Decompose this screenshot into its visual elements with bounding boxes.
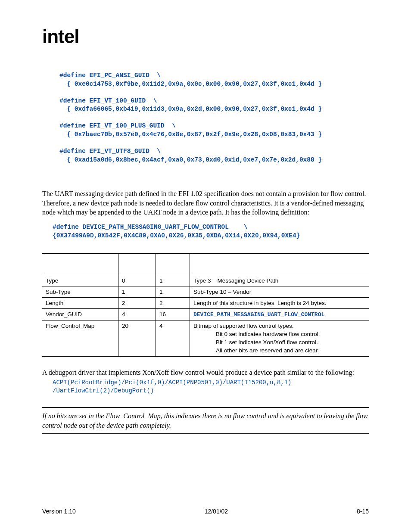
paragraph-1: The UART messaging device path defined i… (42, 189, 369, 217)
table-header-offset (118, 253, 156, 275)
code-block-2: #define DEVICE_PATH_MESSAGING_UART_FLOW_… (53, 223, 369, 240)
cell: Type 3 – Messaging Device Path (190, 275, 369, 286)
cell: Flow_Control_Map (42, 320, 118, 356)
cell: 1 (118, 286, 156, 297)
cell: DEVICE_PATH_MESSAGING_UART_FLOW_CONTROL (190, 308, 369, 320)
cell: Sub-Type 10 – Vendor (190, 286, 369, 297)
cell: Length (42, 297, 118, 308)
table-header-mnemonic (42, 253, 118, 275)
table-row: Length 2 2 Length of this structure in b… (42, 297, 369, 308)
cell: 1 (156, 286, 190, 297)
cell: Vendor_GUID (42, 308, 118, 320)
cell: 16 (156, 308, 190, 320)
intel-logo: intel (42, 26, 369, 47)
table-row: Vendor_GUID 4 16 DEVICE_PATH_MESSAGING_U… (42, 308, 369, 320)
code-block-3: ACPI(PciRootBridge)/Pci(0x1f,0)/ACPI(PNP… (53, 379, 369, 395)
code-block-1: #define EFI_PC_ANSI_GUID \ { 0xe0c14753,… (59, 72, 369, 164)
cell: Bitmap of supported flow control types. … (190, 320, 369, 356)
footer-version: Version 1.10 (42, 508, 76, 515)
cell: 4 (156, 320, 190, 356)
table-header-description (190, 253, 369, 275)
table-row: Flow_Control_Map 20 4 Bitmap of supporte… (42, 320, 369, 356)
cell: Type (42, 275, 118, 286)
paragraph-2: A debugport driver that implements Xon/X… (42, 368, 369, 377)
table-row: Type 0 1 Type 3 – Messaging Device Path (42, 275, 369, 286)
cell: Length of this structure in bytes. Lengt… (190, 297, 369, 308)
cell: 2 (118, 297, 156, 308)
cell: 4 (118, 308, 156, 320)
cell: 1 (156, 275, 190, 286)
table-row: Sub-Type 1 1 Sub-Type 10 – Vendor (42, 286, 369, 297)
note-box: If no bits are set in the Flow_Control_M… (42, 407, 369, 434)
table-header-length (156, 253, 190, 275)
cell: Sub-Type (42, 286, 118, 297)
uart-flow-control-table: Type 0 1 Type 3 – Messaging Device Path … (42, 253, 369, 357)
cell: 0 (118, 275, 156, 286)
footer-date: 12/01/02 (205, 508, 228, 515)
footer-page: 8-15 (357, 508, 369, 515)
cell: 2 (156, 297, 190, 308)
page-footer: Version 1.10 12/01/02 8-15 (42, 508, 369, 515)
cell: 20 (118, 320, 156, 356)
